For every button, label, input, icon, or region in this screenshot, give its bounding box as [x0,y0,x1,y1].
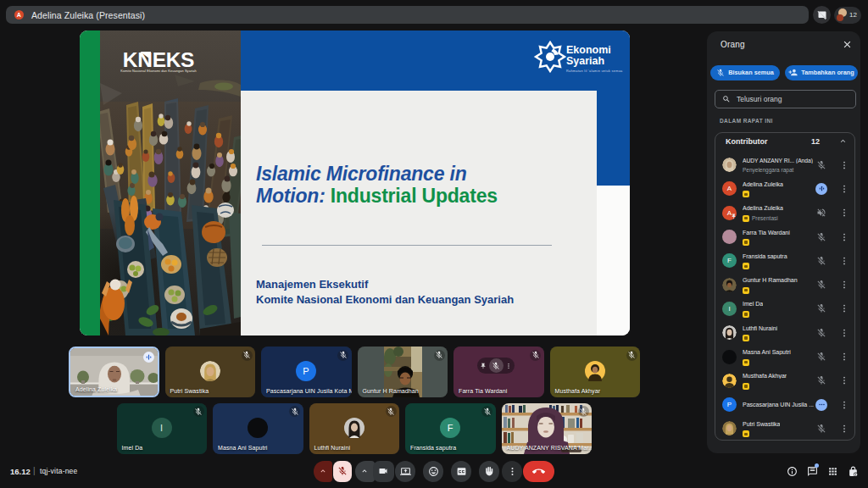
svg-text:Syariah: Syariah [566,55,604,67]
svg-text:Rahmatan lil 'alamin untuk sem: Rahmatan lil 'alamin untuk semua [566,69,623,73]
svg-text:Komite Nasional Ekonomi dan Ke: Komite Nasional Ekonomi dan Keuangan Sya… [120,69,197,73]
svg-text:Ekonomi: Ekonomi [566,44,611,56]
svg-text:KNEKS: KNEKS [122,48,193,71]
